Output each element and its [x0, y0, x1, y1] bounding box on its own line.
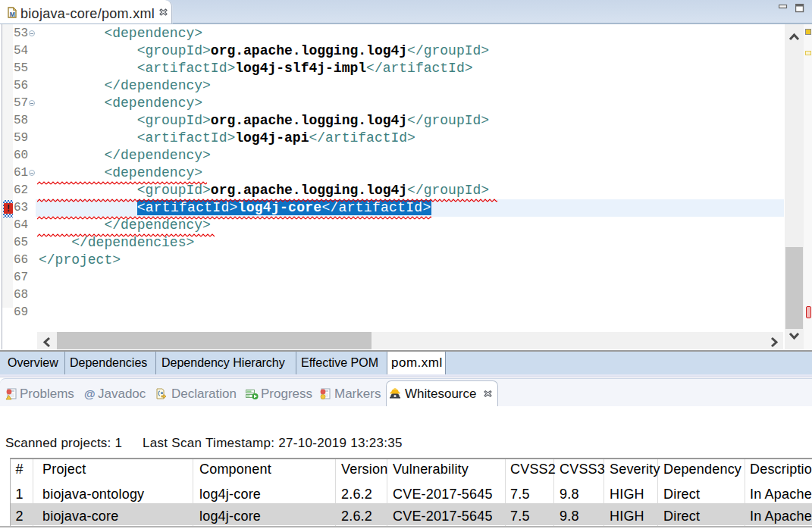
svg-text:M: M — [10, 11, 15, 18]
